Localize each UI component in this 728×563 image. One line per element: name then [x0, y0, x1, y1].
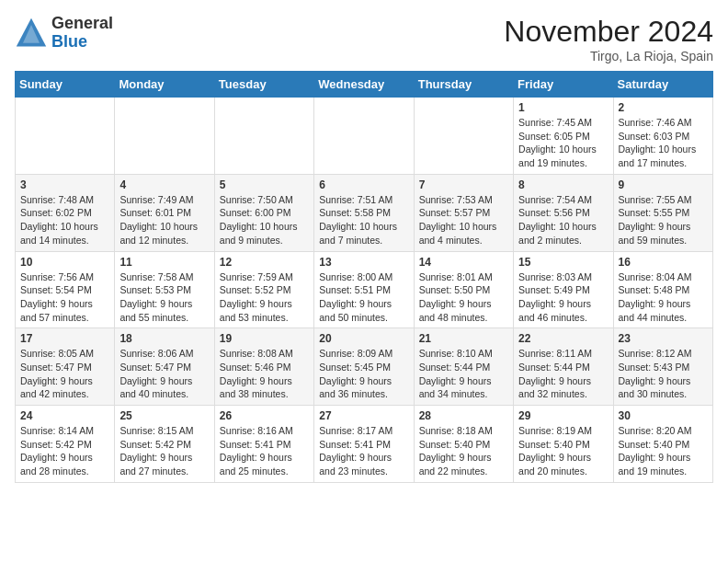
column-header-friday: Friday	[514, 72, 613, 98]
day-number: 11	[119, 256, 209, 269]
column-header-monday: Monday	[115, 72, 214, 98]
location-subtitle: Tirgo, La Rioja, Spain	[504, 49, 713, 63]
calendar-cell: 9Sunrise: 7:55 AM Sunset: 5:55 PM Daylig…	[613, 174, 712, 251]
day-number: 21	[419, 332, 508, 345]
day-info: Sunrise: 8:17 AM Sunset: 5:41 PM Dayligh…	[319, 424, 408, 478]
day-info: Sunrise: 8:15 AM Sunset: 5:42 PM Dayligh…	[119, 424, 209, 478]
day-info: Sunrise: 8:14 AM Sunset: 5:42 PM Dayligh…	[20, 424, 109, 478]
day-number: 7	[419, 178, 508, 191]
calendar-cell: 25Sunrise: 8:15 AM Sunset: 5:42 PM Dayli…	[115, 406, 214, 483]
day-info: Sunrise: 7:53 AM Sunset: 5:57 PM Dayligh…	[419, 193, 508, 247]
calendar-cell: 21Sunrise: 8:10 AM Sunset: 5:44 PM Dayli…	[414, 328, 513, 406]
day-number: 15	[518, 256, 608, 269]
day-info: Sunrise: 8:05 AM Sunset: 5:47 PM Dayligh…	[20, 347, 109, 401]
calendar-cell: 2Sunrise: 7:46 AM Sunset: 6:03 PM Daylig…	[613, 98, 712, 175]
day-info: Sunrise: 7:56 AM Sunset: 5:54 PM Dayligh…	[20, 270, 109, 325]
day-number: 14	[419, 256, 508, 269]
logo: General Blue	[15, 15, 113, 52]
calendar-cell: 17Sunrise: 8:05 AM Sunset: 5:47 PM Dayli…	[16, 328, 115, 406]
day-info: Sunrise: 8:03 AM Sunset: 5:49 PM Dayligh…	[518, 270, 608, 325]
day-number: 2	[619, 101, 708, 114]
logo-general: General	[51, 15, 113, 33]
day-info: Sunrise: 8:08 AM Sunset: 5:46 PM Dayligh…	[220, 347, 309, 401]
logo-text: General Blue	[51, 15, 113, 52]
calendar-cell: 4Sunrise: 7:49 AM Sunset: 6:01 PM Daylig…	[115, 174, 214, 251]
calendar-cell: 13Sunrise: 8:00 AM Sunset: 5:51 PM Dayli…	[314, 251, 414, 328]
day-info: Sunrise: 7:50 AM Sunset: 6:00 PM Dayligh…	[220, 193, 309, 247]
calendar-cell: 28Sunrise: 8:18 AM Sunset: 5:40 PM Dayli…	[414, 406, 513, 483]
day-number: 29	[518, 409, 608, 422]
calendar-cell	[16, 98, 115, 175]
calendar-cell	[314, 98, 414, 175]
day-info: Sunrise: 7:49 AM Sunset: 6:01 PM Dayligh…	[119, 193, 209, 247]
day-number: 5	[220, 178, 309, 191]
day-info: Sunrise: 7:55 AM Sunset: 5:55 PM Dayligh…	[619, 193, 708, 247]
day-number: 20	[319, 332, 408, 345]
day-number: 17	[20, 332, 109, 345]
page-header: General Blue November 2024 Tirgo, La Rio…	[15, 15, 713, 63]
day-info: Sunrise: 8:01 AM Sunset: 5:50 PM Dayligh…	[419, 270, 508, 325]
day-number: 12	[220, 256, 309, 269]
calendar-week-row: 10Sunrise: 7:56 AM Sunset: 5:54 PM Dayli…	[16, 251, 713, 328]
day-info: Sunrise: 7:59 AM Sunset: 5:52 PM Dayligh…	[220, 270, 309, 325]
calendar-cell	[214, 98, 313, 175]
calendar-cell: 22Sunrise: 8:11 AM Sunset: 5:44 PM Dayli…	[514, 328, 613, 406]
day-info: Sunrise: 7:51 AM Sunset: 5:58 PM Dayligh…	[319, 193, 408, 247]
day-info: Sunrise: 7:48 AM Sunset: 6:02 PM Dayligh…	[20, 193, 109, 247]
day-number: 16	[619, 256, 708, 269]
calendar-cell: 30Sunrise: 8:20 AM Sunset: 5:40 PM Dayli…	[613, 406, 712, 483]
calendar-header-row: SundayMondayTuesdayWednesdayThursdayFrid…	[16, 72, 713, 98]
day-info: Sunrise: 8:10 AM Sunset: 5:44 PM Dayligh…	[419, 347, 508, 401]
calendar-cell: 10Sunrise: 7:56 AM Sunset: 5:54 PM Dayli…	[16, 251, 115, 328]
calendar-cell: 20Sunrise: 8:09 AM Sunset: 5:45 PM Dayli…	[314, 328, 414, 406]
day-info: Sunrise: 8:11 AM Sunset: 5:44 PM Dayligh…	[518, 347, 608, 401]
day-number: 25	[119, 409, 209, 422]
calendar-cell: 12Sunrise: 7:59 AM Sunset: 5:52 PM Dayli…	[214, 251, 313, 328]
day-info: Sunrise: 8:20 AM Sunset: 5:40 PM Dayligh…	[619, 424, 708, 478]
day-info: Sunrise: 7:54 AM Sunset: 5:56 PM Dayligh…	[518, 193, 608, 247]
day-info: Sunrise: 8:19 AM Sunset: 5:40 PM Dayligh…	[518, 424, 608, 478]
title-block: November 2024 Tirgo, La Rioja, Spain	[504, 15, 713, 63]
day-number: 26	[220, 409, 309, 422]
calendar-cell: 16Sunrise: 8:04 AM Sunset: 5:48 PM Dayli…	[613, 251, 712, 328]
calendar-cell	[414, 98, 513, 175]
calendar-cell: 7Sunrise: 7:53 AM Sunset: 5:57 PM Daylig…	[414, 174, 513, 251]
day-number: 13	[319, 256, 408, 269]
calendar-week-row: 1Sunrise: 7:45 AM Sunset: 6:05 PM Daylig…	[16, 98, 713, 175]
day-info: Sunrise: 8:12 AM Sunset: 5:43 PM Dayligh…	[619, 347, 708, 401]
calendar-week-row: 17Sunrise: 8:05 AM Sunset: 5:47 PM Dayli…	[16, 328, 713, 406]
day-number: 19	[220, 332, 309, 345]
day-info: Sunrise: 8:00 AM Sunset: 5:51 PM Dayligh…	[319, 270, 408, 325]
day-number: 18	[119, 332, 209, 345]
day-info: Sunrise: 8:09 AM Sunset: 5:45 PM Dayligh…	[319, 347, 408, 401]
calendar-cell	[115, 98, 214, 175]
calendar-cell: 3Sunrise: 7:48 AM Sunset: 6:02 PM Daylig…	[16, 174, 115, 251]
calendar-week-row: 3Sunrise: 7:48 AM Sunset: 6:02 PM Daylig…	[16, 174, 713, 251]
calendar-cell: 11Sunrise: 7:58 AM Sunset: 5:53 PM Dayli…	[115, 251, 214, 328]
calendar-cell: 5Sunrise: 7:50 AM Sunset: 6:00 PM Daylig…	[214, 174, 313, 251]
column-header-wednesday: Wednesday	[314, 72, 414, 98]
day-number: 8	[518, 178, 608, 191]
calendar-cell: 23Sunrise: 8:12 AM Sunset: 5:43 PM Dayli…	[613, 328, 712, 406]
calendar-cell: 24Sunrise: 8:14 AM Sunset: 5:42 PM Dayli…	[16, 406, 115, 483]
calendar-cell: 8Sunrise: 7:54 AM Sunset: 5:56 PM Daylig…	[514, 174, 613, 251]
column-header-tuesday: Tuesday	[214, 72, 313, 98]
calendar-cell: 18Sunrise: 8:06 AM Sunset: 5:47 PM Dayli…	[115, 328, 214, 406]
calendar-cell: 19Sunrise: 8:08 AM Sunset: 5:46 PM Dayli…	[214, 328, 313, 406]
day-number: 27	[319, 409, 408, 422]
day-number: 4	[119, 178, 209, 191]
day-number: 22	[518, 332, 608, 345]
day-number: 3	[20, 178, 109, 191]
day-info: Sunrise: 8:16 AM Sunset: 5:41 PM Dayligh…	[220, 424, 309, 478]
calendar-cell: 14Sunrise: 8:01 AM Sunset: 5:50 PM Dayli…	[414, 251, 513, 328]
month-title: November 2024	[504, 15, 713, 49]
calendar-cell: 1Sunrise: 7:45 AM Sunset: 6:05 PM Daylig…	[514, 98, 613, 175]
day-number: 30	[619, 409, 708, 422]
calendar-cell: 29Sunrise: 8:19 AM Sunset: 5:40 PM Dayli…	[514, 406, 613, 483]
column-header-saturday: Saturday	[613, 72, 712, 98]
calendar-week-row: 24Sunrise: 8:14 AM Sunset: 5:42 PM Dayli…	[16, 406, 713, 483]
calendar-table: SundayMondayTuesdayWednesdayThursdayFrid…	[15, 71, 713, 483]
day-info: Sunrise: 7:45 AM Sunset: 6:05 PM Dayligh…	[518, 116, 608, 170]
day-number: 9	[619, 178, 708, 191]
day-number: 6	[319, 178, 408, 191]
